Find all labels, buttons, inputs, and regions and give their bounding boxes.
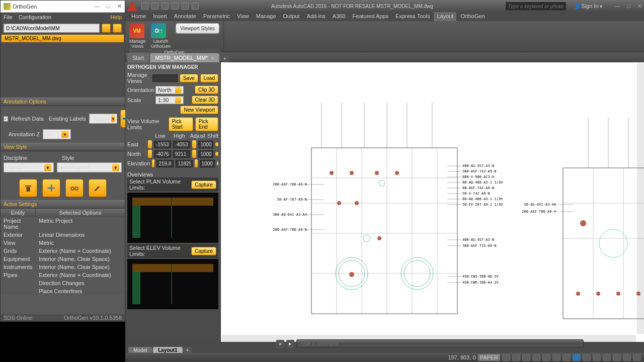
north-spin[interactable] xyxy=(148,150,152,158)
ribbon-tab-layout[interactable]: Layout xyxy=(434,12,456,21)
lock-ui-icon[interactable] xyxy=(593,354,601,361)
workspace-icon[interactable] xyxy=(583,354,591,361)
isolate-icon[interactable] xyxy=(603,354,611,361)
polar-toggle-icon[interactable] xyxy=(532,354,540,361)
load-view-button[interactable]: Load xyxy=(200,74,218,82)
east-spin[interactable] xyxy=(148,140,152,148)
east-high-input[interactable] xyxy=(173,141,190,148)
elev-high-input[interactable] xyxy=(176,160,193,167)
pick-end-button[interactable]: Pick End xyxy=(195,117,218,131)
ribbon-tab-add-ins[interactable]: Add-ins xyxy=(304,12,329,21)
east-shift-dot[interactable] xyxy=(215,142,218,146)
refresh-data-checkbox[interactable]: ✓ xyxy=(4,116,8,122)
elev-adj-spin[interactable] xyxy=(195,159,197,167)
file-item[interactable]: MSTR_MODEL_MM.dwg xyxy=(2,35,124,42)
menu-file[interactable]: File xyxy=(4,14,13,20)
scale-select[interactable]: 1:30 xyxy=(155,96,184,104)
viewport-styles-button[interactable]: Viewport Styles xyxy=(176,23,219,34)
browse-folder-icon[interactable] xyxy=(102,24,111,33)
elev-shift-dot[interactable] xyxy=(217,161,218,165)
view-name-input[interactable] xyxy=(152,74,178,82)
cmdline-close-icon[interactable]: × xyxy=(276,340,284,348)
new-viewport-button[interactable]: New Viewport xyxy=(180,106,218,114)
ribbon-tab-a360[interactable]: A360 xyxy=(330,12,349,21)
doc-tab-model[interactable]: MSTR_MODEL_MM*× xyxy=(150,53,219,62)
ribbon-tab-manage[interactable]: Manage xyxy=(253,12,279,21)
ortho-toggle-icon[interactable] xyxy=(522,354,530,361)
lineweight-icon[interactable] xyxy=(562,354,571,361)
north-shift-dot[interactable] xyxy=(215,152,218,156)
ribbon-tab-featured-apps[interactable]: Featured Apps xyxy=(350,12,392,21)
refresh-path-icon[interactable] xyxy=(113,24,122,33)
annotation-z-select[interactable]: 2D▾ xyxy=(43,129,71,139)
grid-toggle-icon[interactable] xyxy=(502,354,510,361)
ribbon-tab-annotate[interactable]: Annotate xyxy=(171,12,199,21)
annotation-scale-icon[interactable] xyxy=(573,354,581,361)
elev-thumbnail[interactable] xyxy=(127,259,218,309)
delete-style-button[interactable] xyxy=(19,179,37,197)
acad-maximize-icon[interactable]: □ xyxy=(627,3,630,10)
north-adjust-input[interactable] xyxy=(198,150,213,158)
elev-adjust-input[interactable] xyxy=(200,160,215,167)
acad-close-icon[interactable]: ✕ xyxy=(637,3,642,10)
launch-orthogen-button[interactable]: O□ Launch OrthoGen xyxy=(151,23,171,49)
doc-tab-start[interactable]: Start xyxy=(127,53,149,62)
ribbon-tab-view[interactable]: View xyxy=(234,12,252,21)
ribbon-tab-insert[interactable]: Insert xyxy=(150,12,170,21)
qat-new-icon[interactable] xyxy=(141,3,148,10)
orientation-select[interactable]: North xyxy=(155,86,184,94)
plan-thumbnail[interactable] xyxy=(127,193,218,243)
capture-elev-button[interactable]: Capture xyxy=(191,247,216,255)
command-input[interactable] xyxy=(296,339,584,348)
qat-undo-icon[interactable] xyxy=(182,3,189,10)
east-adj-spin[interactable] xyxy=(192,140,196,148)
discipline-select[interactable]: Piping▾ xyxy=(4,162,54,172)
qat-save-icon[interactable] xyxy=(162,3,169,10)
ribbon-tab-orthogen[interactable]: OrthoGen xyxy=(457,12,488,21)
style-select[interactable]: AreaPiping8▾ xyxy=(57,162,122,172)
edit-style-button[interactable] xyxy=(89,179,107,197)
path-input[interactable] xyxy=(4,24,100,33)
ribbon-tab-express-tools[interactable]: Express Tools xyxy=(392,12,433,21)
autocad-logo-icon[interactable] xyxy=(127,1,137,11)
east-low-input[interactable] xyxy=(154,141,171,148)
maximize-icon[interactable]: □ xyxy=(107,3,110,10)
capture-plan-button[interactable]: Capture xyxy=(191,180,216,189)
drawing-canvas[interactable]: 200-ASF-786-A9-N—50-AF-787-A9-N—300-AQ-6… xyxy=(221,62,644,342)
north-adj-spin[interactable] xyxy=(192,150,196,158)
qat-redo-icon[interactable] xyxy=(192,3,199,10)
ribbon-tab-home[interactable]: Home xyxy=(128,12,149,21)
clear-3d-button[interactable]: Clear 3D xyxy=(192,96,218,104)
elev-low-input[interactable] xyxy=(156,160,174,167)
cleanscreen-icon[interactable] xyxy=(623,354,631,361)
manage-views-button[interactable]: VM Manage Views xyxy=(129,23,146,49)
save-view-button[interactable]: Save xyxy=(180,74,198,82)
hwaccel-icon[interactable] xyxy=(613,354,621,361)
qat-open-icon[interactable] xyxy=(151,3,158,10)
menu-configuration[interactable]: Configuration xyxy=(19,14,51,20)
view-style-button[interactable] xyxy=(65,179,84,197)
menu-help[interactable]: Help xyxy=(110,14,122,20)
elev-spin[interactable] xyxy=(152,159,154,167)
new-doc-tab-button[interactable]: + xyxy=(220,54,229,62)
ribbon-tab-output[interactable]: Output xyxy=(280,12,303,21)
minimize-icon[interactable]: — xyxy=(94,3,100,10)
update-select[interactable]: Update▾ xyxy=(89,114,117,124)
qat-print-icon[interactable] xyxy=(172,3,179,10)
add-style-button[interactable] xyxy=(42,179,60,197)
dyn-input-icon[interactable] xyxy=(552,354,560,361)
north-low-input[interactable] xyxy=(154,150,171,158)
close-icon[interactable]: ✕ xyxy=(117,3,122,10)
cmdline-options-icon[interactable]: ▸ xyxy=(286,340,294,348)
osnap-toggle-icon[interactable] xyxy=(542,354,550,361)
pick-start-button[interactable]: Pick Start xyxy=(169,117,193,131)
signin-button[interactable]: 👤 Sign In ▾ xyxy=(574,3,603,9)
north-high-input[interactable] xyxy=(173,150,190,158)
clip-3d-button[interactable]: Clip 3D xyxy=(195,85,218,94)
customize-icon[interactable] xyxy=(633,354,641,361)
help-search-input[interactable] xyxy=(506,2,566,11)
acad-minimize-icon[interactable]: — xyxy=(614,3,620,10)
ribbon-tab-parametric[interactable]: Parametric xyxy=(200,12,233,21)
paper-toggle[interactable]: PAPER xyxy=(478,354,500,361)
close-tab-icon[interactable]: × xyxy=(211,55,214,61)
